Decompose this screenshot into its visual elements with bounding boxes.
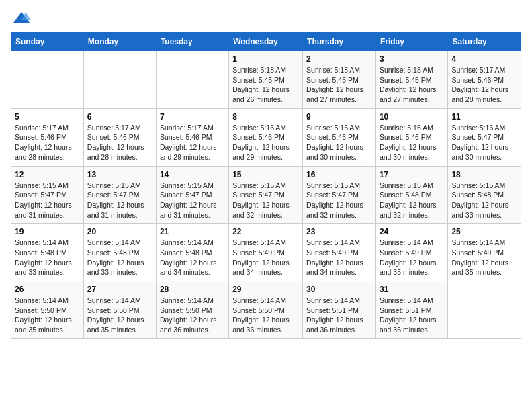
day-number: 27	[87, 285, 152, 294]
day-number: 12	[15, 170, 80, 179]
calendar-cell: 13Sunrise: 5:15 AM Sunset: 5:47 PM Dayli…	[83, 166, 156, 224]
calendar-cell	[11, 51, 84, 109]
calendar-week-row: 1Sunrise: 5:18 AM Sunset: 5:45 PM Daylig…	[11, 51, 521, 109]
day-info: Sunrise: 5:14 AM Sunset: 5:50 PM Dayligh…	[232, 295, 299, 335]
calendar-week-row: 12Sunrise: 5:15 AM Sunset: 5:47 PM Dayli…	[11, 166, 521, 224]
calendar-cell: 2Sunrise: 5:18 AM Sunset: 5:45 PM Daylig…	[303, 51, 376, 109]
day-number: 3	[380, 54, 444, 64]
day-number: 13	[87, 170, 152, 179]
day-header-sunday: Sunday	[11, 33, 84, 51]
calendar-cell	[448, 281, 521, 339]
calendar-cell: 17Sunrise: 5:15 AM Sunset: 5:48 PM Dayli…	[375, 166, 447, 224]
logo-icon	[12, 11, 31, 26]
calendar-cell: 25Sunrise: 5:14 AM Sunset: 5:49 PM Dayli…	[448, 224, 521, 281]
day-number: 14	[160, 170, 225, 179]
calendar-cell: 26Sunrise: 5:14 AM Sunset: 5:50 PM Dayli…	[11, 281, 84, 339]
day-number: 8	[232, 112, 299, 122]
day-info: Sunrise: 5:14 AM Sunset: 5:50 PM Dayligh…	[160, 295, 225, 335]
day-number: 26	[15, 285, 80, 294]
day-info: Sunrise: 5:14 AM Sunset: 5:50 PM Dayligh…	[87, 295, 152, 335]
logo	[11, 11, 31, 26]
calendar-cell: 15Sunrise: 5:15 AM Sunset: 5:47 PM Dayli…	[229, 166, 303, 224]
calendar-cell: 8Sunrise: 5:16 AM Sunset: 5:46 PM Daylig…	[229, 108, 303, 166]
day-info: Sunrise: 5:14 AM Sunset: 5:50 PM Dayligh…	[15, 295, 80, 335]
calendar-cell: 1Sunrise: 5:18 AM Sunset: 5:45 PM Daylig…	[229, 51, 303, 109]
day-info: Sunrise: 5:17 AM Sunset: 5:46 PM Dayligh…	[451, 65, 517, 105]
calendar-cell: 30Sunrise: 5:14 AM Sunset: 5:51 PM Dayli…	[303, 281, 376, 339]
day-number: 5	[15, 112, 80, 122]
day-number: 31	[380, 285, 444, 294]
day-info: Sunrise: 5:14 AM Sunset: 5:48 PM Dayligh…	[160, 238, 225, 277]
day-header-saturday: Saturday	[448, 33, 521, 51]
day-info: Sunrise: 5:14 AM Sunset: 5:48 PM Dayligh…	[87, 238, 152, 277]
day-info: Sunrise: 5:14 AM Sunset: 5:49 PM Dayligh…	[380, 238, 444, 277]
calendar-cell: 31Sunrise: 5:14 AM Sunset: 5:51 PM Dayli…	[375, 281, 447, 339]
day-info: Sunrise: 5:15 AM Sunset: 5:48 PM Dayligh…	[451, 181, 517, 220]
calendar-cell: 24Sunrise: 5:14 AM Sunset: 5:49 PM Dayli…	[375, 224, 447, 281]
calendar-cell: 14Sunrise: 5:15 AM Sunset: 5:47 PM Dayli…	[156, 166, 228, 224]
day-info: Sunrise: 5:18 AM Sunset: 5:45 PM Dayligh…	[232, 65, 299, 105]
day-info: Sunrise: 5:16 AM Sunset: 5:46 PM Dayligh…	[380, 123, 444, 163]
day-info: Sunrise: 5:16 AM Sunset: 5:47 PM Dayligh…	[451, 123, 517, 163]
day-number: 9	[306, 112, 372, 122]
calendar-cell: 10Sunrise: 5:16 AM Sunset: 5:46 PM Dayli…	[375, 108, 447, 166]
day-number: 24	[380, 227, 444, 236]
day-info: Sunrise: 5:14 AM Sunset: 5:48 PM Dayligh…	[15, 238, 80, 277]
calendar-cell	[156, 51, 228, 109]
day-number: 16	[306, 170, 372, 179]
day-info: Sunrise: 5:15 AM Sunset: 5:47 PM Dayligh…	[160, 181, 225, 220]
day-number: 25	[451, 227, 517, 236]
day-info: Sunrise: 5:18 AM Sunset: 5:45 PM Dayligh…	[306, 65, 372, 105]
calendar-week-row: 26Sunrise: 5:14 AM Sunset: 5:50 PM Dayli…	[11, 281, 521, 339]
day-number: 10	[380, 112, 444, 122]
day-number: 4	[451, 54, 517, 64]
calendar-cell: 9Sunrise: 5:16 AM Sunset: 5:46 PM Daylig…	[303, 108, 376, 166]
calendar-cell: 5Sunrise: 5:17 AM Sunset: 5:46 PM Daylig…	[11, 108, 84, 166]
day-info: Sunrise: 5:16 AM Sunset: 5:46 PM Dayligh…	[306, 123, 372, 163]
day-info: Sunrise: 5:18 AM Sunset: 5:45 PM Dayligh…	[380, 65, 444, 105]
calendar-cell: 27Sunrise: 5:14 AM Sunset: 5:50 PM Dayli…	[83, 281, 156, 339]
day-number: 22	[232, 227, 299, 236]
day-info: Sunrise: 5:15 AM Sunset: 5:47 PM Dayligh…	[15, 181, 80, 220]
calendar-cell	[83, 51, 156, 109]
day-info: Sunrise: 5:16 AM Sunset: 5:46 PM Dayligh…	[232, 123, 299, 163]
day-info: Sunrise: 5:15 AM Sunset: 5:47 PM Dayligh…	[87, 181, 152, 220]
day-header-tuesday: Tuesday	[156, 33, 228, 51]
day-header-wednesday: Wednesday	[229, 33, 303, 51]
calendar-week-row: 19Sunrise: 5:14 AM Sunset: 5:48 PM Dayli…	[11, 224, 521, 281]
calendar-cell: 28Sunrise: 5:14 AM Sunset: 5:50 PM Dayli…	[156, 281, 228, 339]
day-number: 15	[232, 170, 299, 179]
day-info: Sunrise: 5:15 AM Sunset: 5:47 PM Dayligh…	[232, 181, 299, 220]
calendar-cell: 7Sunrise: 5:17 AM Sunset: 5:46 PM Daylig…	[156, 108, 228, 166]
calendar-cell: 3Sunrise: 5:18 AM Sunset: 5:45 PM Daylig…	[375, 51, 447, 109]
page-header	[11, 11, 521, 26]
day-number: 7	[160, 112, 225, 122]
day-number: 19	[15, 227, 80, 236]
day-number: 21	[160, 227, 225, 236]
day-number: 18	[451, 170, 517, 179]
day-number: 17	[380, 170, 444, 179]
calendar-cell: 12Sunrise: 5:15 AM Sunset: 5:47 PM Dayli…	[11, 166, 84, 224]
day-number: 11	[451, 112, 517, 122]
day-number: 23	[306, 227, 372, 236]
day-info: Sunrise: 5:14 AM Sunset: 5:49 PM Dayligh…	[451, 238, 517, 277]
day-number: 20	[87, 227, 152, 236]
calendar-week-row: 5Sunrise: 5:17 AM Sunset: 5:46 PM Daylig…	[11, 108, 521, 166]
calendar-cell: 29Sunrise: 5:14 AM Sunset: 5:50 PM Dayli…	[229, 281, 303, 339]
calendar-cell: 6Sunrise: 5:17 AM Sunset: 5:46 PM Daylig…	[83, 108, 156, 166]
day-info: Sunrise: 5:17 AM Sunset: 5:46 PM Dayligh…	[160, 123, 225, 163]
day-info: Sunrise: 5:14 AM Sunset: 5:49 PM Dayligh…	[232, 238, 299, 277]
calendar-cell: 23Sunrise: 5:14 AM Sunset: 5:49 PM Dayli…	[303, 224, 376, 281]
calendar-cell: 19Sunrise: 5:14 AM Sunset: 5:48 PM Dayli…	[11, 224, 84, 281]
calendar-cell: 4Sunrise: 5:17 AM Sunset: 5:46 PM Daylig…	[448, 51, 521, 109]
calendar-cell: 11Sunrise: 5:16 AM Sunset: 5:47 PM Dayli…	[448, 108, 521, 166]
day-header-thursday: Thursday	[303, 33, 376, 51]
day-number: 30	[306, 285, 372, 294]
day-number: 6	[87, 112, 152, 122]
day-info: Sunrise: 5:14 AM Sunset: 5:49 PM Dayligh…	[306, 238, 372, 277]
calendar-cell: 21Sunrise: 5:14 AM Sunset: 5:48 PM Dayli…	[156, 224, 228, 281]
day-info: Sunrise: 5:14 AM Sunset: 5:51 PM Dayligh…	[380, 295, 444, 335]
calendar-cell: 22Sunrise: 5:14 AM Sunset: 5:49 PM Dayli…	[229, 224, 303, 281]
day-header-friday: Friday	[375, 33, 447, 51]
calendar-header-row: SundayMondayTuesdayWednesdayThursdayFrid…	[11, 33, 521, 51]
